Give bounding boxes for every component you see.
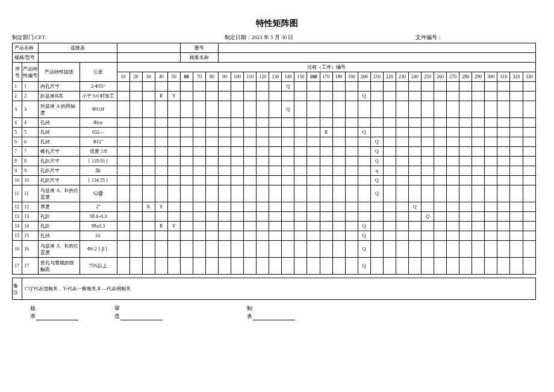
matrix-cell <box>257 212 269 222</box>
matrix-cell <box>129 101 142 118</box>
matrix-cell <box>257 222 269 231</box>
matrix-cell: Q <box>358 222 370 231</box>
matrix-cell <box>459 101 472 118</box>
matrix-cell <box>447 82 459 92</box>
featno-header: 产品特性编号 <box>22 63 39 82</box>
matrix-cell <box>370 128 383 137</box>
matrix-table: 产品名称 连接器 图号 规格/型号 顾客名称 序号 产品特性编号 产品特性描述 … <box>12 43 536 300</box>
matrix-cell <box>523 258 535 275</box>
matrix-cell <box>155 82 167 92</box>
matrix-cell <box>117 118 129 128</box>
matrix-cell <box>167 185 180 202</box>
matrix-cell <box>244 212 257 222</box>
matrix-cell <box>167 166 180 176</box>
matrix-cell <box>523 137 535 147</box>
matrix-cell <box>205 82 218 92</box>
col-header: 210 <box>370 72 383 82</box>
matrix-cell <box>370 258 383 275</box>
matrix-cell <box>408 241 421 258</box>
matrix-cell <box>155 157 167 166</box>
matrix-cell <box>142 118 155 128</box>
matrix-cell <box>244 241 257 258</box>
matrix-cell <box>294 147 307 157</box>
featdesc-header: 产品特性描述 <box>39 63 79 82</box>
desc-cell: 孔距尺寸 <box>39 157 79 166</box>
matrix-cell <box>459 185 472 202</box>
matrix-cell <box>282 128 294 137</box>
matrix-cell <box>269 222 282 231</box>
featno-cell: 5 <box>22 128 39 137</box>
matrix-cell <box>307 258 320 275</box>
featno-cell: 8 <box>22 157 39 166</box>
matrix-cell <box>485 241 497 258</box>
matrix-cell <box>422 241 434 258</box>
matrix-cell <box>205 157 218 166</box>
desc-cell: 套孔与塞规的接触面 <box>39 258 79 275</box>
col-header: 290 <box>472 72 485 82</box>
matrix-cell <box>497 231 510 241</box>
matrix-cell <box>510 157 523 166</box>
matrix-cell <box>294 92 307 101</box>
featno-cell: 16 <box>22 241 39 258</box>
matrix-cell <box>459 231 472 241</box>
matrix-cell <box>510 92 523 101</box>
matrix-cell <box>510 176 523 185</box>
featno-cell: 2 <box>22 92 39 101</box>
matrix-cell <box>142 82 155 92</box>
matrix-cell <box>269 147 282 157</box>
matrix-cell <box>244 222 257 231</box>
matrix-cell: R <box>155 222 167 231</box>
matrix-cell <box>422 128 434 137</box>
matrix-cell <box>117 222 129 231</box>
matrix-cell <box>142 241 155 258</box>
matrix-cell <box>294 258 307 275</box>
matrix-cell <box>447 185 459 202</box>
matrix-cell <box>320 147 332 157</box>
matrix-cell <box>523 166 535 176</box>
matrix-cell <box>231 176 244 185</box>
matrix-cell <box>497 157 510 166</box>
matrix-cell <box>180 185 193 202</box>
matrix-cell <box>408 231 421 241</box>
date-label: 制定日期： <box>225 34 252 40</box>
featno-cell: 1 <box>22 82 39 92</box>
col-header: 280 <box>459 72 472 82</box>
matrix-cell <box>257 176 269 185</box>
matrix-cell <box>459 82 472 92</box>
matrix-cell <box>269 258 282 275</box>
matrix-cell <box>257 202 269 212</box>
matrix-cell <box>472 92 485 101</box>
desc-cell: 对基准 A 的同轴度 <box>39 101 79 118</box>
matrix-cell <box>358 147 370 157</box>
matrix-cell <box>117 101 129 118</box>
matrix-cell: Q <box>422 212 434 222</box>
matrix-cell <box>408 157 421 166</box>
matrix-cell <box>422 258 434 275</box>
matrix-cell <box>180 147 193 157</box>
col-header: 300 <box>485 72 497 82</box>
matrix-cell <box>257 101 269 118</box>
matrix-cell <box>332 147 345 157</box>
col-header: 100 <box>231 72 244 82</box>
matrix-cell <box>408 258 421 275</box>
matrix-cell <box>510 166 523 176</box>
matrix-cell <box>332 202 345 212</box>
featno-cell: 12 <box>22 202 39 212</box>
matrix-cell <box>129 128 142 137</box>
matrix-cell <box>370 202 383 212</box>
matrix-cell <box>472 128 485 137</box>
matrix-cell <box>485 92 497 101</box>
matrix-cell <box>383 128 396 137</box>
col-header: 30 <box>142 72 155 82</box>
tol-cell: 阳 <box>79 166 117 176</box>
matrix-cell <box>180 222 193 231</box>
matrix-cell <box>422 101 434 118</box>
matrix-cell <box>523 222 535 231</box>
matrix-cell <box>219 222 231 231</box>
tol-cell: Φioy <box>79 118 117 128</box>
seq-cell: 16 <box>13 241 22 258</box>
matrix-cell <box>523 241 535 258</box>
matrix-cell <box>332 231 345 241</box>
seq-cell: 1 <box>13 82 22 92</box>
matrix-cell <box>422 231 434 241</box>
